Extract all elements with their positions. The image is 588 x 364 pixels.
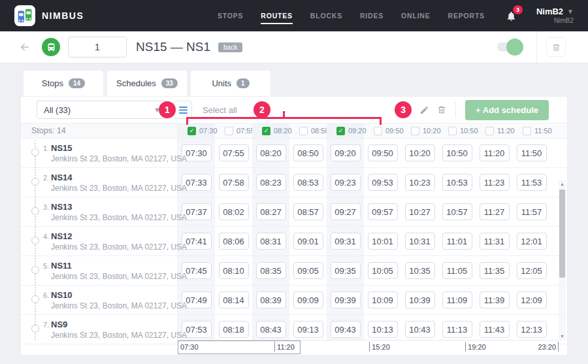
stop-marker-icon[interactable] (31, 178, 39, 186)
column-checkbox[interactable]: ✓ (262, 127, 270, 135)
time-chip[interactable]: 12:01 (517, 233, 547, 250)
user-menu[interactable]: NimB2 ▼ NimB2 (536, 7, 574, 25)
time-chip[interactable]: 07:55 (219, 144, 249, 161)
time-chip[interactable]: 11:05 (442, 262, 472, 279)
time-chip[interactable]: 09:31 (331, 233, 361, 250)
route-number-input[interactable] (68, 37, 127, 58)
stop-marker-icon[interactable] (31, 237, 39, 244)
time-chip[interactable]: 08:57 (293, 203, 323, 220)
time-chip[interactable]: 10:09 (368, 291, 398, 308)
route-active-toggle[interactable] (497, 39, 521, 56)
time-chip[interactable]: 11:09 (442, 291, 472, 308)
column-checkbox[interactable] (299, 127, 308, 135)
column-checkbox[interactable]: ✓ (188, 127, 196, 135)
time-chip[interactable]: 11:39 (480, 291, 510, 308)
time-chip[interactable]: 11:20 (480, 144, 510, 161)
time-chip[interactable]: 08:50 (293, 144, 323, 161)
nav-item-blocks[interactable]: BLOCKS (310, 7, 342, 24)
delete-schedules-button[interactable] (437, 105, 446, 114)
time-chip[interactable]: 10:13 (368, 321, 398, 338)
time-chip[interactable]: 12:13 (517, 321, 547, 338)
column-checkbox[interactable] (411, 127, 419, 135)
time-chip[interactable]: 08:43 (256, 321, 286, 338)
time-chip[interactable]: 08:27 (256, 203, 286, 220)
time-chip[interactable]: 08:35 (256, 262, 286, 279)
time-chip[interactable]: 10:39 (405, 291, 435, 308)
notifications-button[interactable]: 3 (506, 10, 517, 22)
time-chip[interactable]: 11:50 (517, 144, 547, 161)
time-chip[interactable]: 10:20 (405, 144, 435, 161)
time-chip[interactable]: 08:18 (219, 321, 249, 338)
time-chip[interactable]: 09:20 (331, 144, 361, 161)
time-chip[interactable]: 08:39 (256, 291, 286, 308)
time-chip[interactable]: 10:05 (368, 262, 398, 279)
tab-schedules[interactable]: Schedules33 (107, 71, 187, 97)
schedule-filter-dropdown[interactable]: All (33) ▼ (37, 101, 168, 119)
scrollbar-thumb[interactable] (559, 190, 565, 278)
tab-stops[interactable]: Stops14 (24, 71, 103, 97)
timeline-minimap[interactable]: 07:3011:2015:2019:2023:20 (178, 340, 559, 355)
time-chip[interactable]: 10:23 (405, 174, 435, 191)
time-chip[interactable]: 11:01 (442, 233, 472, 250)
time-chip[interactable]: 09:23 (331, 174, 361, 191)
time-chip[interactable]: 09:01 (293, 233, 323, 250)
time-chip[interactable]: 11:27 (480, 203, 510, 220)
select-all-link[interactable]: Select all (203, 105, 237, 115)
column-checkbox[interactable] (374, 127, 382, 135)
time-chip[interactable]: 08:20 (256, 144, 286, 161)
time-chip[interactable]: 12:05 (517, 262, 547, 279)
time-chip[interactable]: 09:57 (368, 203, 398, 220)
stop-marker-icon[interactable] (31, 295, 39, 303)
time-chip[interactable]: 10:43 (405, 321, 435, 338)
stop-marker-icon[interactable] (31, 266, 39, 274)
time-chip[interactable]: 09:13 (293, 321, 323, 338)
stop-marker-icon[interactable] (31, 207, 39, 215)
time-chip[interactable]: 08:02 (219, 203, 249, 220)
time-chip[interactable]: 11:53 (517, 174, 547, 191)
time-chip[interactable]: 12:09 (517, 291, 547, 308)
time-chip[interactable]: 10:27 (405, 203, 435, 220)
time-chip[interactable]: 09:05 (293, 262, 323, 279)
time-chip[interactable]: 11:13 (442, 321, 472, 338)
column-checkbox[interactable]: ✓ (336, 127, 345, 135)
column-checkbox[interactable] (523, 127, 531, 135)
add-schedule-button[interactable]: + Add schedule (465, 100, 549, 120)
time-chip[interactable]: 09:43 (331, 321, 361, 338)
time-chip[interactable]: 09:39 (331, 291, 361, 308)
time-chip[interactable]: 08:06 (219, 233, 249, 250)
time-chip[interactable]: 09:27 (331, 203, 361, 220)
time-chip[interactable]: 07:58 (219, 174, 249, 191)
time-chip[interactable]: 11:31 (480, 233, 510, 250)
nav-item-online[interactable]: ONLINE (401, 7, 430, 24)
nav-item-stops[interactable]: STOPS (218, 7, 243, 24)
back-button[interactable] (18, 41, 31, 53)
stop-marker-icon[interactable] (31, 325, 39, 333)
vertical-scrollbar[interactable]: ▲ ▼ (559, 180, 566, 340)
time-chip[interactable]: 08:14 (219, 291, 249, 308)
nav-item-routes[interactable]: ROUTES (261, 7, 293, 24)
time-chip[interactable]: 08:23 (256, 174, 286, 191)
nav-item-rides[interactable]: RIDES (360, 7, 384, 24)
time-chip[interactable]: 10:50 (442, 144, 472, 161)
tab-units[interactable]: Units1 (191, 71, 270, 97)
time-chip[interactable]: 10:57 (442, 203, 472, 220)
nav-item-reports[interactable]: REPORTS (448, 7, 485, 24)
list-view-button[interactable] (174, 101, 192, 119)
time-chip[interactable]: 08:53 (293, 174, 323, 191)
time-chip[interactable]: 10:53 (442, 174, 472, 191)
scroll-down-arrow[interactable]: ▼ (559, 333, 566, 340)
time-chip[interactable]: 09:35 (331, 262, 361, 279)
column-checkbox[interactable] (225, 127, 233, 135)
time-chip[interactable]: 10:01 (368, 233, 398, 250)
time-chip[interactable]: 11:43 (480, 321, 510, 338)
time-chip[interactable]: 09:50 (368, 144, 398, 161)
delete-route-button[interactable] (546, 37, 566, 57)
time-chip[interactable]: 09:53 (368, 174, 398, 191)
time-chip[interactable]: 08:31 (256, 233, 286, 250)
time-chip[interactable]: 10:35 (405, 262, 435, 279)
scroll-up-arrow[interactable]: ▲ (559, 180, 566, 188)
time-chip[interactable]: 09:09 (293, 291, 323, 308)
time-chip[interactable]: 08:10 (219, 262, 249, 279)
edit-schedules-button[interactable] (419, 105, 429, 115)
stop-marker-icon[interactable] (31, 148, 39, 156)
